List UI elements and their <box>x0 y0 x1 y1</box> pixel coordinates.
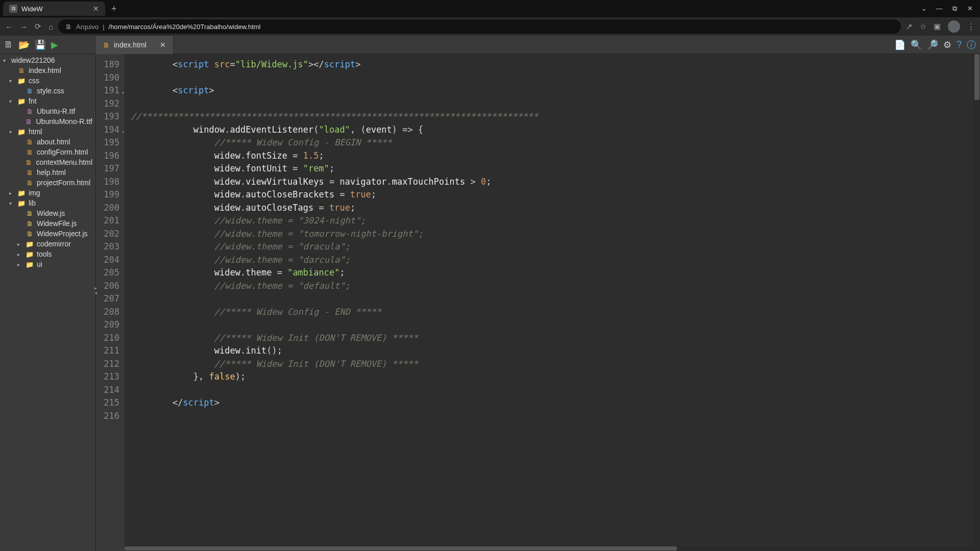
tree-file[interactable]: 🗎Widew.js <box>0 208 95 218</box>
chevron-down-icon[interactable]: ▾ <box>9 78 14 84</box>
code-content[interactable]: <script src="lib/Widew.js"></script> <sc… <box>125 54 538 551</box>
chevron-right-icon[interactable]: ▸ <box>9 190 14 196</box>
code-line[interactable] <box>131 318 538 332</box>
close-window-icon[interactable]: ✕ <box>964 5 976 13</box>
tree-folder[interactable]: ▾📁html <box>0 127 95 137</box>
code-line[interactable] <box>131 410 538 423</box>
panel-icon[interactable]: ▣ <box>934 22 941 31</box>
back-icon[interactable]: ← <box>5 22 13 31</box>
code-line[interactable]: window.addEventListener("load", (event) … <box>131 123 538 137</box>
horizontal-scrollbar[interactable] <box>125 546 974 551</box>
code-line[interactable]: //***** Widew Config - END ***** <box>131 306 538 319</box>
code-line[interactable]: widew.autoCloseTags = true; <box>131 202 538 215</box>
tree-folder[interactable]: ▸📁img <box>0 188 95 198</box>
tree-file[interactable]: 🗎projectForm.html <box>0 178 95 188</box>
tree-file[interactable]: 🗎Ubuntu-R.ttf <box>0 106 95 116</box>
share-icon[interactable]: ↗ <box>906 22 913 31</box>
tree-folder[interactable]: ▾📁fnt <box>0 96 95 106</box>
find-replace-icon[interactable]: 🔎 <box>927 39 938 51</box>
code-line[interactable] <box>131 292 538 306</box>
vertical-scrollbar[interactable] <box>974 54 980 551</box>
code-line[interactable]: //***** Widew Init (DON'T REMOVE) ***** <box>131 358 538 371</box>
chevron-down-icon[interactable]: ▾ <box>3 58 8 63</box>
chevron-right-icon[interactable]: ▸ <box>17 241 22 247</box>
forward-icon[interactable]: → <box>20 22 28 31</box>
info-icon[interactable]: ⓘ <box>967 39 976 51</box>
code-line[interactable]: <script> <box>131 84 538 97</box>
code-line[interactable]: //***** Widew Init (DON'T REMOVE) ***** <box>131 332 538 345</box>
tab-close-icon[interactable]: ✕ <box>93 5 99 13</box>
tree-file[interactable]: 🗎WidewProject.js <box>0 229 95 239</box>
avatar-icon[interactable] <box>948 20 960 33</box>
tree-file[interactable]: 🗎index.html <box>0 65 95 76</box>
chevron-down-icon[interactable]: ⌄ <box>918 5 930 13</box>
tree-file[interactable]: 🗎about.html <box>0 137 95 147</box>
code-line[interactable]: }, false); <box>131 370 538 384</box>
search-icon[interactable]: 🔍 <box>911 39 922 51</box>
tree-folder[interactable]: ▸📁tools <box>0 249 95 259</box>
code-line[interactable]: //***** Widew Config - BEGIN ***** <box>131 136 538 149</box>
code-line[interactable] <box>131 71 538 85</box>
code-line[interactable]: //widew.theme = "3024-night"; <box>131 214 538 228</box>
css-icon: 🗎 <box>26 87 34 95</box>
chevron-right-icon[interactable]: ▸ <box>17 252 22 257</box>
bookmark-icon[interactable]: ☆ <box>920 22 926 31</box>
code-line[interactable]: widew.fontSize = 1.5; <box>131 149 538 163</box>
maximize-icon[interactable]: ⧉ <box>948 5 961 13</box>
code-line[interactable]: <script src="lib/Widew.js"></script> <box>131 58 538 71</box>
tree-file[interactable]: 🗎style.css <box>0 86 95 96</box>
file-tab-index[interactable]: 🗎 index.html ✕ <box>96 36 174 54</box>
code-editor[interactable]: 189190191▾192193194▾19519619719819920020… <box>96 54 980 551</box>
chevron-down-icon[interactable]: ▾ <box>9 98 14 104</box>
new-tab-button[interactable]: + <box>105 4 123 14</box>
code-line[interactable]: //**************************************… <box>131 110 538 123</box>
home-icon[interactable]: ⌂ <box>48 22 53 31</box>
tree-folder[interactable]: ▾📁lib <box>0 198 95 208</box>
tree-file[interactable]: 🗎configForm.html <box>0 147 95 157</box>
tree-folder[interactable]: ▸📁codemirror <box>0 239 95 249</box>
tree-file[interactable]: 🗎contextMenu.html <box>0 157 95 167</box>
menu-icon[interactable]: ⋮ <box>967 22 975 31</box>
sidebar-collapse-handle[interactable]: ▸◂ <box>93 286 98 295</box>
code-line[interactable]: widew.theme = "ambiance"; <box>131 266 538 280</box>
scrollbar-thumb[interactable] <box>125 546 677 550</box>
file-tab-label: index.html <box>114 41 146 49</box>
url-input[interactable]: 🗎 Arquivo | /home/marcos/Área%20de%20Tra… <box>58 19 901 34</box>
tree-file[interactable]: 🗎UbuntuMono-R.ttf <box>0 116 95 127</box>
file-tab-close-icon[interactable]: ✕ <box>160 41 166 49</box>
code-line[interactable]: //widew.theme = "dracula"; <box>131 240 538 254</box>
code-line[interactable]: //widew.theme = "default"; <box>131 280 538 293</box>
code-line[interactable]: widew.init(); <box>131 344 538 358</box>
tree-folder[interactable]: ▾📁css <box>0 76 95 86</box>
browser-tab[interactable]: ⧉ WideW ✕ <box>3 2 105 16</box>
help-icon[interactable]: ? <box>957 39 962 50</box>
run-icon[interactable]: ▶ <box>51 39 58 51</box>
chevron-down-icon[interactable]: ▾ <box>9 129 14 135</box>
code-line[interactable]: widew.autoCloseBrackets = true; <box>131 188 538 202</box>
file-tree-sidebar[interactable]: ▾ widew221206 🗎index.html▾📁css🗎style.css… <box>0 54 96 551</box>
minimize-icon[interactable]: — <box>933 5 945 13</box>
tree-file[interactable]: 🗎WidewFile.js <box>0 218 95 229</box>
save-icon[interactable]: 💾 <box>35 39 46 51</box>
code-line[interactable]: //widew.theme = "darcula"; <box>131 254 538 267</box>
open-folder-icon[interactable]: 📂 <box>18 39 30 51</box>
tree-root[interactable]: ▾ widew221206 <box>0 55 95 65</box>
gear-icon[interactable]: ⚙ <box>943 39 951 51</box>
code-line[interactable]: widew.fontUnit = "rem"; <box>131 162 538 176</box>
fold-marker-icon[interactable]: ▾ <box>121 126 125 139</box>
code-line[interactable]: //widew.theme = "tomorrow-night-bright"; <box>131 228 538 241</box>
scrollbar-thumb[interactable] <box>974 54 979 100</box>
new-file-icon[interactable]: 🗎 <box>4 39 13 50</box>
chevron-down-icon[interactable]: ▾ <box>9 201 14 206</box>
code-line[interactable]: widew.viewVirtualKeys = navigator.maxTou… <box>131 176 538 189</box>
tree-file[interactable]: 🗎help.html <box>0 167 95 178</box>
new-doc-icon[interactable]: 📄 <box>894 39 905 51</box>
fold-marker-icon[interactable]: ▾ <box>121 86 125 99</box>
code-line[interactable] <box>131 384 538 397</box>
tree-item-label: configForm.html <box>37 148 88 156</box>
code-line[interactable] <box>131 97 538 111</box>
chevron-right-icon[interactable]: ▸ <box>17 262 22 267</box>
code-line[interactable]: </script> <box>131 396 538 410</box>
reload-icon[interactable]: ⟳ <box>35 22 41 31</box>
tree-folder[interactable]: ▸📁ui <box>0 259 95 269</box>
